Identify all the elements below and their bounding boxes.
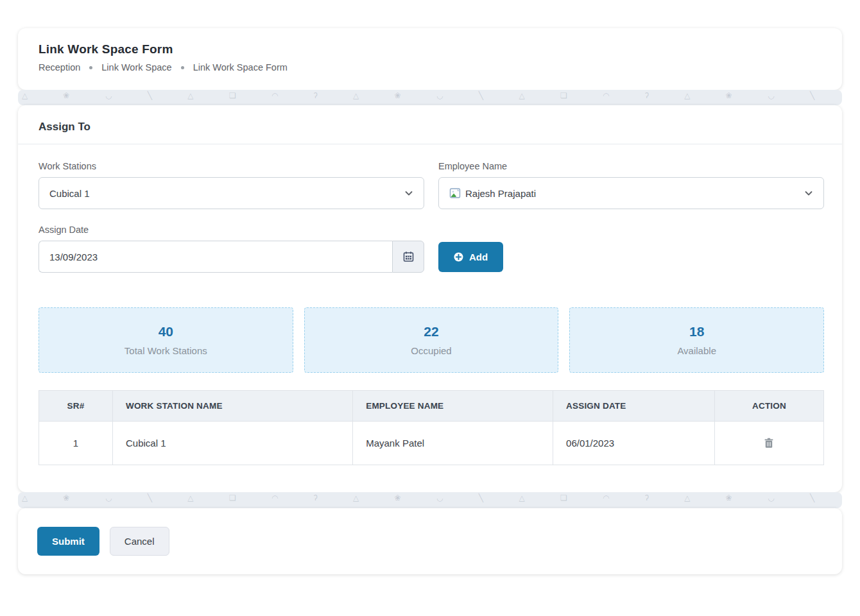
section-title: Assign To [39, 121, 821, 133]
assign-form-card: Assign To Work Stations Cubical 1 [18, 105, 842, 492]
stat-label: Occupied [411, 345, 451, 356]
broken-avatar-image-icon [449, 187, 461, 200]
page: Link Work Space Form Reception Link Work… [0, 0, 860, 574]
breadcrumb-item-link-work-space[interactable]: Link Work Space [101, 62, 171, 73]
employee-name-value: Rajesh Prajapati [465, 188, 536, 199]
work-stations-label: Work Stations [39, 161, 424, 171]
employee-name-field: Employee Name Rajesh P [438, 161, 824, 209]
add-button[interactable]: Add [438, 242, 503, 272]
stat-label: Available [677, 345, 716, 356]
section-header: Assign To [18, 105, 842, 144]
cell-employee-name: Mayank Patel [353, 422, 553, 465]
page-title: Link Work Space Form [39, 42, 821, 56]
calendar-icon [403, 251, 414, 262]
plus-circle-icon [454, 252, 463, 262]
cell-action [714, 422, 823, 465]
column-header-assign-date: ASSIGN DATE [553, 391, 715, 422]
stat-label: Total Work Stations [125, 345, 207, 356]
work-stations-field: Work Stations Cubical 1 [39, 161, 424, 209]
date-picker-button[interactable] [392, 241, 424, 273]
column-header-employee-name: EMPLOYEE NAME [353, 391, 553, 422]
column-header-sr: SR# [39, 391, 113, 422]
footer-actions-card: Submit Cancel [18, 508, 842, 574]
divider-pattern-strip: △ ❀ ◡ ╲ △ ❏ ◠ ʔ △ ❀ ◡ ╲ △ ❏ ◠ ʔ △ ❀ ◡ ╲ … [18, 492, 842, 508]
divider-pattern-strip: △ ❀ ◡ ╲ △ ❏ ◠ ʔ △ ❀ ◡ ╲ △ ❏ ◠ ʔ △ ❀ ◡ ╲ … [18, 90, 842, 105]
assignments-table-wrap: SR# WORK STATION NAME EMPLOYEE NAME ASSI… [18, 373, 842, 465]
assign-date-input[interactable] [39, 241, 392, 273]
work-stations-select[interactable]: Cubical 1 [39, 177, 424, 209]
stat-value: 40 [159, 324, 173, 339]
column-header-action: ACTION [714, 391, 823, 422]
assign-date-label: Assign Date [39, 225, 424, 235]
breadcrumb-item-current: Link Work Space Form [193, 62, 288, 73]
add-button-label: Add [469, 252, 488, 262]
stat-card-total-work-stations: 40 Total Work Stations [39, 307, 293, 373]
trash-icon [764, 438, 774, 449]
breadcrumb-separator-dot [89, 66, 92, 69]
form-area: Work Stations Cubical 1 Employee Name [18, 144, 842, 273]
cancel-button[interactable]: Cancel [110, 527, 169, 556]
stat-value: 18 [689, 324, 704, 339]
stats-row: 40 Total Work Stations 22 Occupied 18 Av… [18, 273, 842, 373]
submit-button[interactable]: Submit [37, 527, 99, 556]
chevron-down-icon [404, 189, 413, 198]
column-header-work-station-name: WORK STATION NAME [112, 391, 352, 422]
table-row: 1 Cubical 1 Mayank Patel 06/01/2023 [39, 422, 824, 465]
assignments-table: SR# WORK STATION NAME EMPLOYEE NAME ASSI… [39, 390, 824, 465]
breadcrumb: Reception Link Work Space Link Work Spac… [39, 62, 821, 73]
employee-name-label: Employee Name [438, 161, 824, 171]
chevron-down-icon [804, 189, 813, 198]
cell-work-station-name: Cubical 1 [112, 422, 352, 465]
assign-date-field: Assign Date [39, 225, 424, 273]
breadcrumb-item-reception[interactable]: Reception [39, 62, 80, 73]
add-button-cell: Add [438, 225, 824, 273]
doodle-pattern: △ ❀ ◡ ╲ △ ❏ ◠ ʔ △ ❀ ◡ ╲ △ ❏ ◠ ʔ △ ❀ ◡ ╲ … [22, 91, 842, 100]
doodle-pattern: △ ❀ ◡ ╲ △ ❏ ◠ ʔ △ ❀ ◡ ╲ △ ❏ ◠ ʔ △ ❀ ◡ ╲ … [22, 493, 842, 502]
cell-sr: 1 [39, 422, 113, 465]
work-stations-value: Cubical 1 [49, 188, 90, 199]
delete-row-button[interactable] [761, 435, 777, 451]
stat-card-occupied: 22 Occupied [304, 307, 559, 373]
stat-card-available: 18 Available [569, 307, 824, 373]
table-header-row: SR# WORK STATION NAME EMPLOYEE NAME ASSI… [39, 391, 824, 422]
page-header-card: Link Work Space Form Reception Link Work… [18, 28, 842, 90]
employee-name-select[interactable]: Rajesh Prajapati [438, 177, 824, 209]
breadcrumb-separator-dot [181, 66, 184, 69]
cell-assign-date: 06/01/2023 [553, 422, 715, 465]
stat-value: 22 [424, 324, 438, 339]
